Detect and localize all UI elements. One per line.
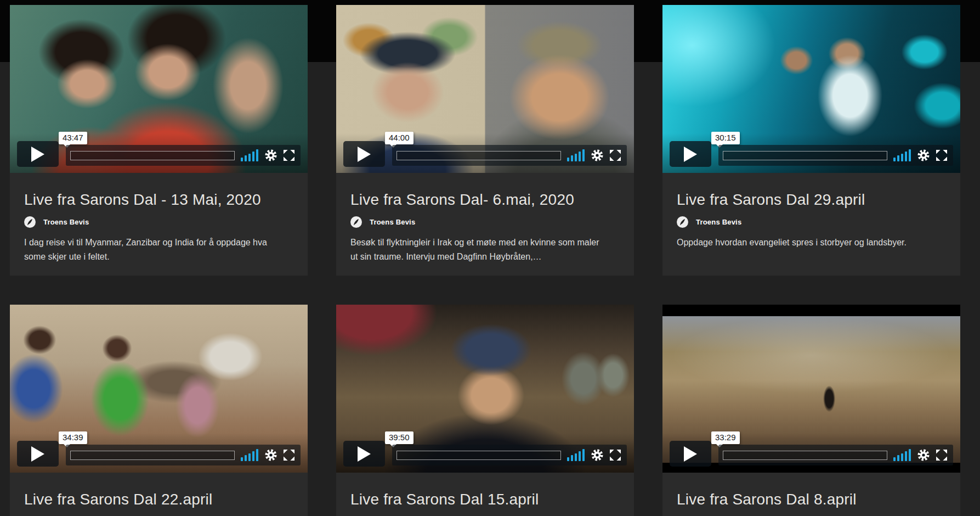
video-title[interactable]: Live fra Sarons Dal - 13 Mai, 2020: [24, 190, 293, 209]
video-thumbnail[interactable]: 39:50: [336, 305, 634, 473]
channel-row[interactable]: Troens Bevis: [350, 216, 620, 228]
player-control-bar: [718, 445, 953, 465]
settings-gear-icon[interactable]: [264, 448, 277, 462]
player-control-bar: [392, 445, 627, 465]
video-card: 33:29 Live fra Sarons Dal 8.april: [662, 305, 960, 516]
play-icon: [357, 146, 371, 162]
player-control-bar: [718, 145, 953, 166]
video-title[interactable]: Live fra Sarons Dal 29.april: [677, 190, 946, 209]
play-icon: [357, 446, 371, 462]
video-description: I dag reise vi til Myanmar, Zanzibar og …: [24, 235, 277, 264]
play-button[interactable]: [343, 441, 385, 467]
timestamp-tooltip: 33:29: [711, 431, 740, 444]
play-button[interactable]: [343, 141, 385, 167]
progress-bar[interactable]: [70, 451, 235, 460]
video-thumbnail[interactable]: 44:00: [336, 5, 634, 173]
fullscreen-icon[interactable]: [610, 150, 621, 161]
channel-row[interactable]: Troens Bevis: [677, 216, 946, 228]
volume-bars-icon[interactable]: [567, 449, 585, 461]
play-button[interactable]: [17, 441, 59, 467]
player-control-bar: [392, 145, 627, 166]
timestamp: 33:29: [715, 433, 736, 442]
fullscreen-icon[interactable]: [610, 450, 621, 461]
progress-bar[interactable]: [396, 151, 561, 160]
timestamp: 43:47: [63, 133, 83, 142]
channel-name: Troens Bevis: [43, 218, 89, 226]
video-title[interactable]: Live fra Sarons Dal 22.april: [24, 490, 293, 509]
fullscreen-icon[interactable]: [284, 450, 294, 461]
timestamp: 30:15: [715, 133, 736, 142]
channel-avatar-icon: [350, 216, 362, 228]
fullscreen-icon[interactable]: [284, 150, 294, 161]
fullscreen-icon[interactable]: [936, 450, 947, 461]
timestamp-tooltip: 30:15: [711, 132, 740, 144]
video-card: 34:39 Live fra Sarons Dal 22.april: [10, 305, 308, 516]
video-title[interactable]: Live fra Sarons Dal 15.april: [350, 490, 620, 509]
play-icon: [683, 446, 698, 462]
timestamp-tooltip: 39:50: [385, 431, 413, 444]
timestamp-tooltip: 34:39: [59, 431, 87, 444]
video-thumbnail[interactable]: 43:47: [10, 5, 308, 173]
progress-bar[interactable]: [723, 451, 887, 460]
player-control-bar: [66, 445, 301, 465]
timestamp: 44:00: [389, 133, 410, 142]
channel-avatar-icon: [24, 216, 36, 228]
video-thumbnail[interactable]: 30:15: [662, 5, 960, 173]
fullscreen-icon[interactable]: [936, 150, 947, 161]
settings-gear-icon[interactable]: [591, 448, 604, 462]
settings-gear-icon[interactable]: [591, 149, 604, 162]
settings-gear-icon[interactable]: [917, 448, 930, 462]
progress-bar[interactable]: [70, 151, 235, 160]
volume-bars-icon[interactable]: [567, 149, 585, 161]
timestamp: 39:50: [389, 433, 410, 442]
volume-bars-icon[interactable]: [893, 149, 911, 161]
progress-bar[interactable]: [396, 451, 561, 460]
play-button[interactable]: [670, 441, 711, 467]
play-button[interactable]: [670, 141, 711, 167]
video-title[interactable]: Live fra Sarons Dal- 6.mai, 2020: [350, 190, 620, 209]
video-thumbnail[interactable]: 33:29: [662, 305, 960, 473]
video-grid: 43:47 Live fra Sarons Dal - 13 Mai, 2020…: [10, 5, 960, 516]
channel-row[interactable]: Troens Bevis: [24, 216, 293, 228]
timestamp: 34:39: [63, 433, 83, 442]
settings-gear-icon[interactable]: [264, 149, 277, 162]
timestamp-tooltip: 44:00: [385, 132, 413, 144]
play-icon: [31, 146, 45, 162]
video-card: 30:15 Live fra Sarons Dal 29.april Troen…: [662, 5, 960, 276]
progress-bar[interactable]: [723, 151, 887, 160]
play-icon: [683, 146, 698, 162]
video-thumbnail[interactable]: 34:39: [10, 305, 308, 473]
channel-name: Troens Bevis: [696, 218, 741, 226]
video-title[interactable]: Live fra Sarons Dal 8.april: [677, 490, 946, 509]
video-card: 44:00 Live fra Sarons Dal- 6.mai, 2020 T…: [336, 5, 634, 276]
play-icon: [31, 446, 45, 462]
settings-gear-icon[interactable]: [917, 149, 930, 162]
video-description: Besøk til flyktningleir i Irak og et møt…: [350, 235, 604, 264]
video-description: Oppdage hvordan evangeliet spres i storb…: [677, 235, 930, 250]
volume-bars-icon[interactable]: [241, 449, 258, 461]
player-control-bar: [66, 145, 301, 166]
channel-name: Troens Bevis: [370, 218, 415, 226]
channel-avatar-icon: [677, 216, 688, 228]
video-card: 43:47 Live fra Sarons Dal - 13 Mai, 2020…: [10, 5, 308, 276]
volume-bars-icon[interactable]: [241, 149, 258, 161]
play-button[interactable]: [17, 141, 59, 167]
timestamp-tooltip: 43:47: [59, 132, 87, 144]
video-card: 39:50 Live fra Sarons Dal 15.april: [336, 305, 634, 516]
volume-bars-icon[interactable]: [893, 449, 911, 461]
